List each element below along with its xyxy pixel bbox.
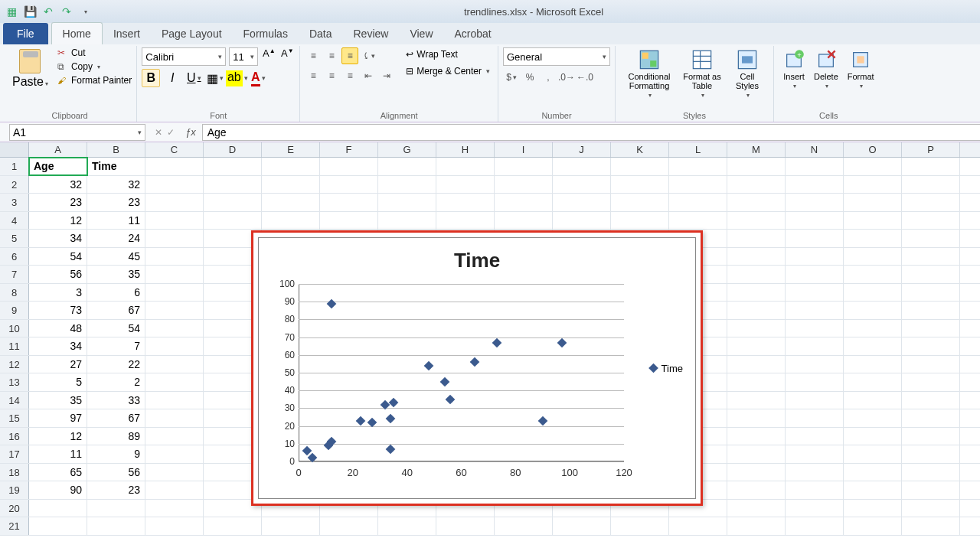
cell[interactable] [495, 158, 553, 175]
cell[interactable] [727, 320, 786, 337]
cell[interactable] [844, 392, 902, 409]
cell[interactable]: 12 [29, 212, 87, 230]
column-header[interactable]: F [320, 142, 378, 157]
column-header[interactable]: G [378, 142, 436, 157]
cell[interactable] [145, 284, 204, 302]
cell[interactable] [436, 517, 495, 535]
cell[interactable] [145, 212, 204, 230]
row-header[interactable]: 20 [0, 500, 29, 517]
cell[interactable] [611, 517, 669, 535]
cell[interactable] [902, 517, 960, 535]
cell[interactable] [145, 248, 204, 266]
cell[interactable]: 23 [87, 194, 145, 211]
bold-button[interactable]: B [142, 69, 160, 87]
cell[interactable] [786, 373, 844, 391]
italic-button[interactable]: I [163, 69, 181, 87]
border-button[interactable]: ▦ [206, 69, 224, 87]
cell[interactable] [902, 356, 960, 373]
cell[interactable] [844, 212, 902, 230]
cell[interactable] [844, 481, 902, 499]
column-header[interactable]: D [204, 142, 262, 157]
cell-styles-button[interactable]: Cell Styles [726, 47, 769, 100]
cell[interactable] [204, 194, 262, 211]
font-color-button[interactable]: A [249, 69, 267, 87]
cell[interactable] [145, 266, 204, 283]
cell[interactable] [145, 302, 204, 319]
cell[interactable]: 5 [29, 373, 87, 391]
data-point[interactable] [424, 360, 434, 370]
cell[interactable] [786, 302, 844, 319]
cell[interactable] [844, 445, 902, 463]
format-as-table-button[interactable]: Format as Table [678, 47, 726, 100]
cell[interactable] [727, 500, 786, 517]
tab-data[interactable]: Data [299, 23, 343, 44]
column-header[interactable]: N [786, 142, 844, 157]
fx-icon[interactable]: ƒx [185, 126, 196, 138]
cell[interactable] [378, 517, 436, 535]
cell[interactable] [844, 373, 902, 391]
row-header[interactable]: 14 [0, 392, 29, 409]
cell[interactable] [902, 409, 960, 427]
cell[interactable]: 45 [87, 248, 145, 266]
row-header[interactable]: 9 [0, 302, 29, 319]
cell[interactable] [844, 517, 902, 535]
cell[interactable] [669, 158, 727, 175]
cell[interactable] [902, 428, 960, 445]
formula-input[interactable]: Age [202, 124, 980, 141]
data-point[interactable] [537, 416, 547, 425]
cell[interactable] [727, 445, 786, 463]
cell[interactable] [727, 158, 786, 175]
cell[interactable] [378, 176, 436, 194]
orientation-button[interactable]: ⤹ [360, 47, 377, 64]
cell[interactable] [145, 464, 204, 481]
cell[interactable] [786, 266, 844, 283]
cell[interactable] [902, 373, 960, 391]
cell[interactable] [204, 212, 262, 230]
cell[interactable]: 22 [87, 356, 145, 373]
fill-color-button[interactable]: ab [227, 69, 246, 87]
row-header[interactable]: 10 [0, 320, 29, 337]
cell[interactable]: 65 [29, 464, 87, 481]
cell[interactable] [145, 373, 204, 391]
cell[interactable]: 3 [29, 284, 87, 302]
column-header[interactable]: I [495, 142, 553, 157]
row-header[interactable]: 18 [0, 464, 29, 481]
cell[interactable] [902, 392, 960, 409]
column-header[interactable]: A [29, 142, 87, 157]
cell[interactable] [145, 194, 204, 211]
tab-formulas[interactable]: Formulas [233, 23, 299, 44]
cell[interactable] [320, 158, 378, 175]
cell[interactable] [786, 356, 844, 373]
font-name-combo[interactable]: Calibri▾ [142, 47, 226, 66]
cell[interactable] [786, 194, 844, 211]
cell[interactable] [727, 284, 786, 302]
cell[interactable] [902, 212, 960, 230]
cell[interactable] [495, 212, 553, 230]
copy-button[interactable]: Copy [57, 61, 132, 72]
align-left-button[interactable]: ≡ [305, 67, 322, 84]
tab-view[interactable]: View [399, 23, 443, 44]
row-header[interactable]: 16 [0, 428, 29, 445]
cell[interactable] [727, 409, 786, 427]
cell[interactable] [727, 392, 786, 409]
cell[interactable] [902, 194, 960, 211]
cell[interactable] [727, 517, 786, 535]
select-all-corner[interactable] [0, 142, 29, 157]
cell[interactable] [553, 194, 611, 211]
plot-area[interactable]: 0102030405060708090100 020406080100120 [299, 284, 624, 461]
cancel-icon[interactable]: ✕ [155, 127, 162, 138]
number-format-combo[interactable]: General▾ [503, 47, 610, 66]
cell[interactable] [844, 356, 902, 373]
cell[interactable] [204, 158, 262, 175]
cell[interactable] [727, 248, 786, 266]
cell[interactable] [553, 517, 611, 535]
cell[interactable] [495, 176, 553, 194]
cell[interactable] [436, 194, 495, 211]
align-top-button[interactable]: ≡ [305, 47, 322, 64]
cell[interactable] [786, 481, 844, 499]
cell[interactable] [786, 158, 844, 175]
cell[interactable]: 2 [87, 373, 145, 391]
cell[interactable] [786, 212, 844, 230]
cell[interactable] [902, 284, 960, 302]
increase-font-button[interactable]: A▲ [261, 47, 276, 66]
